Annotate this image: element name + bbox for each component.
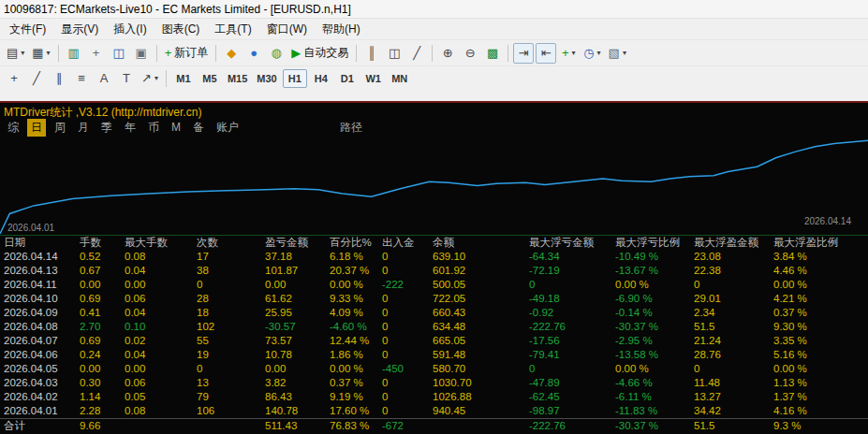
zoom-out-button[interactable]: ⊖ xyxy=(460,43,480,64)
table-cell: 0.67 xyxy=(76,264,121,278)
menu-item-tools[interactable]: 工具(T) xyxy=(207,20,258,39)
table-cell: 940.45 xyxy=(429,404,525,419)
bar-chart-button[interactable]: ║ xyxy=(361,43,382,64)
table-cell: 0.37 % xyxy=(326,376,378,390)
indicator-tab-path[interactable]: 路径 xyxy=(336,119,366,137)
table-cell: 580.70 xyxy=(429,362,525,376)
equity-curve-svg xyxy=(0,136,868,236)
table-cell: 29.01 xyxy=(690,292,770,306)
toolbar-separator xyxy=(356,45,357,62)
label-tool[interactable]: T xyxy=(116,68,137,89)
periods-button[interactable]: ◷▾ xyxy=(581,43,603,64)
chevron-down-icon[interactable]: ▾ xyxy=(47,49,51,57)
table-cell: 9.30 % xyxy=(770,320,868,334)
menu-item-charts[interactable]: 图表(C) xyxy=(154,20,208,39)
channel-tool[interactable]: ∥ xyxy=(49,68,69,89)
timeframe-d1[interactable]: D1 xyxy=(335,69,360,88)
fibonacci-tool[interactable]: ≡ xyxy=(71,68,92,89)
table-cell: 3.35 % xyxy=(770,334,868,348)
tile-windows-button[interactable]: ▩ xyxy=(482,43,503,64)
indicator-tab-2[interactable]: 周 xyxy=(51,119,69,137)
navigator-icon: ◫ xyxy=(112,47,124,59)
indicator-tab-1[interactable]: 日 xyxy=(27,119,46,137)
title-bar[interactable]: 10096817: ECMarkets-Live10 - EC Markets … xyxy=(0,0,868,19)
timeframe-mn[interactable]: MN xyxy=(388,69,412,88)
table-cell xyxy=(121,419,193,434)
new-order-button[interactable]: +新订单 xyxy=(162,43,212,64)
table-cell: 0 xyxy=(378,250,429,264)
menu-item-insert[interactable]: 插入(I) xyxy=(106,20,154,39)
chevron-down-icon[interactable]: ▾ xyxy=(154,74,158,82)
alerts-button[interactable]: ◍ xyxy=(266,43,287,64)
chevron-down-icon[interactable]: ▾ xyxy=(597,49,601,57)
indicators-button[interactable]: +▾ xyxy=(558,43,579,64)
trendline-tool[interactable]: ╱ xyxy=(26,68,47,89)
table-cell: 17 xyxy=(193,250,261,264)
table-cell: -222 xyxy=(378,278,429,292)
new-chart-button[interactable]: ▤▾ xyxy=(4,43,27,64)
chart-shift-button[interactable]: ⇤ xyxy=(536,43,556,64)
table-cell: 5.16 % xyxy=(770,348,868,362)
indicator-tab-0[interactable]: 综 xyxy=(4,119,22,137)
column-header: 最大浮亏比例 xyxy=(611,236,690,250)
menu-item-window[interactable]: 窗口(W) xyxy=(259,20,315,39)
indicator-tab-6[interactable]: 币 xyxy=(144,119,163,137)
terminal-button[interactable]: ▣ xyxy=(131,43,152,64)
chevron-down-icon[interactable]: ▾ xyxy=(572,49,576,57)
community-button[interactable]: ● xyxy=(243,43,264,64)
table-cell: 591.48 xyxy=(429,348,525,362)
menu-item-help[interactable]: 帮助(H) xyxy=(315,20,368,39)
table-cell: -30.37 % xyxy=(611,320,690,334)
table-row: 2026.04.090.410.041825.954.09 %0660.43-0… xyxy=(0,306,868,320)
timeframe-m1[interactable]: M1 xyxy=(171,69,196,88)
text-tool[interactable]: A xyxy=(94,68,114,89)
candle-chart-button[interactable]: ◫ xyxy=(384,43,405,64)
table-cell: -79.41 xyxy=(525,348,611,362)
arrows-tool[interactable]: ↗▾ xyxy=(139,68,161,89)
templates-button[interactable]: ▧▾ xyxy=(606,43,629,64)
table-cell: 634.48 xyxy=(429,320,525,334)
line-chart-button[interactable]: ╱ xyxy=(406,43,427,64)
community-icon: ● xyxy=(250,47,257,59)
data-window-icon: + xyxy=(93,47,100,59)
table-cell: -4.66 % xyxy=(611,376,690,390)
table-cell: 25.95 xyxy=(261,306,326,320)
timeframe-h4[interactable]: H4 xyxy=(309,69,333,88)
timeframe-m5[interactable]: M5 xyxy=(198,69,222,88)
indicator-tab-5[interactable]: 年 xyxy=(121,119,140,137)
table-cell: 2026.04.14 xyxy=(0,250,76,264)
indicator-tab-8[interactable]: 备 xyxy=(189,119,208,137)
menu-item-file[interactable]: 文件(F) xyxy=(2,20,53,39)
chevron-down-icon[interactable]: ▾ xyxy=(623,49,626,57)
auto-scroll-button[interactable]: ⇥ xyxy=(513,43,534,64)
column-header: 百分比% xyxy=(326,236,378,250)
zoom-in-button[interactable]: ⊕ xyxy=(437,43,458,64)
table-cell: 9.66 xyxy=(76,419,121,434)
table-cell: 17.60 % xyxy=(326,404,378,419)
table-cell: 0.04 xyxy=(121,306,193,320)
indicator-tab-3[interactable]: 月 xyxy=(74,119,93,137)
table-cell: 4.21 % xyxy=(770,292,868,306)
market-watch-button[interactable]: ▥ xyxy=(64,43,84,64)
auto-trading-button[interactable]: ▶自动交易 xyxy=(288,43,351,64)
menu-item-view[interactable]: 显示(V) xyxy=(53,20,106,39)
profiles-button[interactable]: ▦▾ xyxy=(29,43,52,64)
crosshair-icon: + xyxy=(10,72,18,84)
line-chart-icon: ╱ xyxy=(413,47,420,59)
timeframe-w1[interactable]: W1 xyxy=(361,69,386,88)
chevron-down-icon[interactable]: ▾ xyxy=(21,49,24,57)
table-cell: 0 xyxy=(378,390,429,404)
crosshair-tool[interactable]: + xyxy=(4,68,24,89)
data-window-button[interactable]: + xyxy=(86,43,107,64)
timeframe-m30[interactable]: M30 xyxy=(253,69,280,88)
navigator-button[interactable]: ◫ xyxy=(109,43,129,64)
indicator-tab-9[interactable]: 账户 xyxy=(213,119,243,137)
indicator-tab-7[interactable]: M xyxy=(168,120,184,135)
equity-chart[interactable]: 2026.04.01 2026.04.14 xyxy=(0,136,868,236)
metaeditor-button[interactable]: ◆ xyxy=(221,43,242,64)
terminal-icon: ▣ xyxy=(135,47,146,59)
timeframe-m15[interactable]: M15 xyxy=(224,69,251,88)
indicator-tab-4[interactable]: 季 xyxy=(97,119,116,137)
timeframe-h1[interactable]: H1 xyxy=(283,69,307,88)
table-cell: 37.18 xyxy=(261,250,326,264)
